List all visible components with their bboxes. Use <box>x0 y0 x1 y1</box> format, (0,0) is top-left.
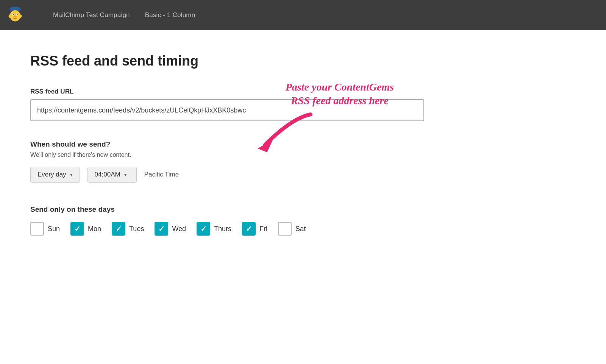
svg-point-6 <box>13 14 14 15</box>
day-label-thurs: Thurs <box>214 225 231 233</box>
send-section: When should we send? We'll only send if … <box>30 140 424 183</box>
day-label-sun: Sun <box>48 225 60 233</box>
day-label-tues: Tues <box>129 225 144 233</box>
checkbox-tues[interactable] <box>112 222 125 236</box>
time-dropdown[interactable]: 04:00AM ▾ <box>87 167 137 183</box>
checkbox-wed[interactable] <box>155 222 168 236</box>
svg-point-10 <box>19 14 22 18</box>
day-label-fri: Fri <box>259 225 267 233</box>
frequency-label: Every day <box>37 171 66 178</box>
send-title: When should we send? <box>30 140 424 148</box>
frequency-dropdown[interactable]: Every day ▾ <box>30 167 80 183</box>
days-title: Send only on these days <box>30 205 424 214</box>
rss-url-input[interactable] <box>30 99 424 121</box>
time-label: 04:00AM <box>95 171 120 178</box>
day-item: Mon <box>70 222 101 236</box>
svg-point-9 <box>9 14 11 18</box>
day-item: Sun <box>30 222 60 236</box>
day-label-wed: Wed <box>172 225 186 233</box>
mailchimp-logo-icon <box>5 5 25 25</box>
topbar: MailChimp Test Campaign Basic - 1 Column <box>0 0 606 30</box>
timezone-label: Pacific Time <box>144 171 179 178</box>
day-item: Fri <box>242 222 267 236</box>
checkbox-thurs[interactable] <box>197 222 210 236</box>
svg-point-7 <box>17 14 18 15</box>
topbar-nav: MailChimp Test Campaign Basic - 1 Column <box>30 11 195 19</box>
logo <box>0 0 30 30</box>
svg-point-2 <box>11 6 20 9</box>
time-chevron-icon: ▾ <box>124 172 127 178</box>
svg-point-8 <box>14 16 17 17</box>
days-row: SunMonTuesWedThursFriSat <box>30 222 424 236</box>
day-item: Wed <box>155 222 186 236</box>
main-content: RSS feed and send timing Paste your Cont… <box>0 30 454 258</box>
day-label-mon: Mon <box>88 225 101 233</box>
days-section: Send only on these days SunMonTuesWedThu… <box>30 205 424 236</box>
topbar-nav-template[interactable]: Basic - 1 Column <box>145 11 195 19</box>
day-label-sat: Sat <box>295 225 306 233</box>
send-subtitle: We'll only send if there's new content. <box>30 152 424 158</box>
day-item: Tues <box>112 222 144 236</box>
day-item: Sat <box>278 222 306 236</box>
rss-url-label: RSS feed URL <box>30 88 424 95</box>
checkbox-sun[interactable] <box>30 222 44 236</box>
checkbox-fri[interactable] <box>242 222 256 236</box>
checkbox-sat[interactable] <box>278 222 292 236</box>
checkbox-mon[interactable] <box>70 222 84 236</box>
topbar-nav-campaign[interactable]: MailChimp Test Campaign <box>53 11 130 19</box>
page-title: RSS feed and send timing <box>30 53 424 69</box>
frequency-chevron-icon: ▾ <box>70 172 73 178</box>
day-item: Thurs <box>197 222 231 236</box>
send-controls: Every day ▾ 04:00AM ▾ Pacific Time <box>30 167 424 183</box>
